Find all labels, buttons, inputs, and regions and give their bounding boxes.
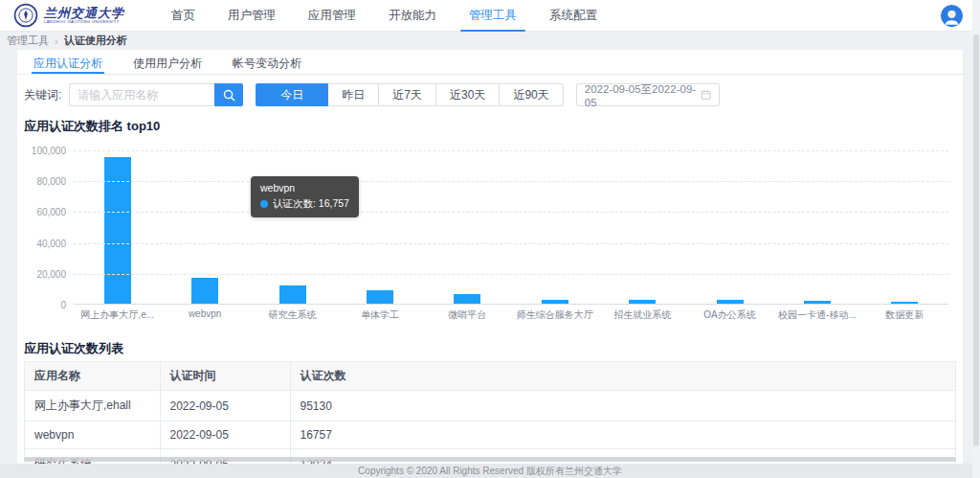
table-cell: 网上办事大厅,ehall — [25, 391, 160, 421]
bar[interactable] — [454, 294, 480, 304]
breadcrumb-item[interactable]: 管理工具 — [7, 34, 49, 48]
date-quick-ranges: 今日昨日近7天近30天近90天 — [256, 83, 563, 106]
table-cell: 2022-09-05 — [160, 391, 290, 421]
x-axis-category-label: 单体学工 — [336, 308, 423, 322]
logo-subtitle: LANZHOU JIAOTONG UNIVERSITY — [44, 19, 120, 23]
bar-column — [511, 300, 598, 304]
university-logo[interactable]: 兰州交通大学 LANZHOU JIAOTONG UNIVERSITY — [13, 3, 140, 28]
y-axis-tick-label: 0 — [24, 300, 66, 310]
table-header-cell: 认证次数 — [290, 362, 955, 391]
y-axis-tick-label: 80,000 — [24, 176, 66, 187]
bar[interactable] — [279, 285, 306, 304]
nav-item[interactable]: 用户管理 — [212, 0, 292, 31]
auth-count-table: 应用名称认证时间认证次数 网上办事大厅,ehall2022-09-0595130… — [24, 361, 956, 464]
table-row[interactable]: webvpn2022-09-0516757 — [25, 421, 955, 449]
bar-column — [686, 300, 773, 304]
horizontal-scrollbar[interactable] — [24, 457, 956, 462]
search-button[interactable] — [214, 83, 243, 106]
quick-range-button[interactable]: 近30天 — [435, 83, 500, 106]
x-axis-category-label: 数据更新 — [861, 308, 948, 322]
logo-title: 兰州交通大学 — [44, 7, 148, 19]
tab-bar: 应用认证分析使用用户分析帐号变动分析 — [17, 50, 963, 75]
table-body: 网上办事大厅,ehall2022-09-0595130webvpn2022-09… — [25, 391, 955, 465]
y-axis-tick-label: 40,000 — [24, 239, 66, 249]
bar-column — [598, 300, 685, 304]
y-axis-tick-label: 100,000 — [24, 146, 66, 156]
bar[interactable] — [542, 300, 568, 304]
nav-item[interactable]: 首页 — [155, 0, 212, 31]
x-axis-category-label: 微哨平台 — [424, 308, 511, 322]
table-cell: 2022-09-05 — [160, 421, 290, 449]
calendar-icon — [701, 89, 711, 101]
table-cell: webvpn — [25, 421, 160, 449]
university-emblem-icon — [13, 3, 38, 28]
x-axis-category-label: 招生就业系统 — [598, 308, 685, 322]
gridline — [74, 212, 948, 213]
bar-column — [773, 301, 860, 304]
quick-range-button[interactable]: 昨日 — [327, 83, 379, 106]
bar[interactable] — [367, 290, 393, 304]
tab[interactable]: 应用认证分析 — [24, 50, 112, 74]
keyword-label: 关键词: — [24, 87, 61, 103]
bar-column — [424, 294, 511, 304]
bar-column — [161, 278, 248, 304]
chart-tooltip: webvpn 认证次数: 16,757 — [251, 176, 359, 217]
gridline — [74, 181, 948, 182]
bar[interactable] — [629, 300, 656, 304]
keyword-input[interactable] — [69, 83, 214, 106]
chart-x-axis: 网上办事大厅,e...webvpn研究生系统单体学工微哨平台师生综合服务大厅招生… — [74, 308, 948, 322]
chart-bars — [74, 150, 948, 304]
table-header-cell: 认证时间 — [160, 362, 290, 391]
tab[interactable]: 使用用户分析 — [123, 50, 212, 74]
nav-item[interactable]: 管理工具 — [453, 0, 533, 31]
chart-plot-area: webvpn 认证次数: 16,757 — [74, 150, 948, 305]
search-icon — [223, 89, 235, 102]
series-dot-icon — [260, 200, 268, 208]
quick-range-button[interactable]: 近90天 — [499, 83, 563, 106]
x-axis-category-label: 校园一卡通-移动... — [773, 308, 860, 322]
keyword-search — [69, 83, 243, 106]
vertical-scrollbar-thumb[interactable] — [973, 34, 979, 446]
logo-text: 兰州交通大学 LANZHOU JIAOTONG UNIVERSITY — [44, 7, 148, 25]
bar[interactable] — [717, 300, 744, 304]
bar[interactable] — [891, 302, 918, 304]
bar[interactable] — [191, 278, 218, 304]
content-card: 应用认证分析使用用户分析帐号变动分析 关键词: 今日昨日近7天近30天近90天 … — [17, 50, 963, 464]
tooltip-value: 认证次数: 16,757 — [273, 197, 349, 211]
table-cell: 16757 — [290, 421, 955, 449]
breadcrumb-current: 认证使用分析 — [64, 34, 127, 48]
bar-column — [249, 285, 336, 304]
user-avatar[interactable] — [941, 5, 963, 27]
quick-range-button[interactable]: 近7天 — [378, 83, 436, 106]
bar-column — [336, 290, 423, 304]
gridline — [74, 150, 948, 151]
table-header-cell: 应用名称 — [25, 362, 160, 391]
quick-range-button[interactable]: 今日 — [256, 83, 328, 106]
date-range-picker[interactable]: 2022-09-05至2022-09-05 — [576, 83, 720, 106]
bar-column — [74, 157, 161, 304]
user-icon — [941, 5, 963, 27]
bar-chart: webvpn 认证次数: 16,757 网上办事大厅,e...webvpn研究生… — [24, 143, 956, 325]
filter-bar: 关键词: 今日昨日近7天近30天近90天 2022-09-05至2022-09-… — [24, 83, 956, 106]
tab[interactable]: 帐号变动分析 — [223, 50, 311, 74]
table-row[interactable]: 网上办事大厅,ehall2022-09-0595130 — [25, 391, 955, 421]
x-axis-category-label: 研究生系统 — [249, 308, 336, 322]
bar-column — [861, 302, 948, 304]
y-axis-tick-label: 20,000 — [24, 269, 66, 280]
nav-item[interactable]: 开放能力 — [372, 0, 453, 31]
x-axis-category-label: 网上办事大厅,e... — [74, 308, 161, 322]
x-axis-category-label: 师生综合服务大厅 — [511, 308, 598, 322]
nav-item[interactable]: 应用管理 — [292, 0, 372, 31]
x-axis-category-label: webvpn — [161, 308, 248, 322]
tooltip-title: webvpn — [260, 182, 349, 193]
nav-item[interactable]: 系统配置 — [533, 0, 613, 31]
main-nav: 首页用户管理应用管理开放能力管理工具系统配置 — [155, 0, 613, 31]
table-cell: 95130 — [290, 391, 955, 421]
breadcrumb: 管理工具 › 认证使用分析 — [0, 32, 980, 50]
chart-title: 应用认证次数排名 top10 — [17, 118, 963, 135]
bar[interactable] — [104, 157, 131, 304]
vertical-scrollbar-track — [972, 0, 980, 478]
gridline — [74, 274, 948, 275]
bar[interactable] — [804, 301, 831, 304]
page-footer: Copyrights © 2020 All Rights Reserved 版权… — [0, 464, 980, 478]
